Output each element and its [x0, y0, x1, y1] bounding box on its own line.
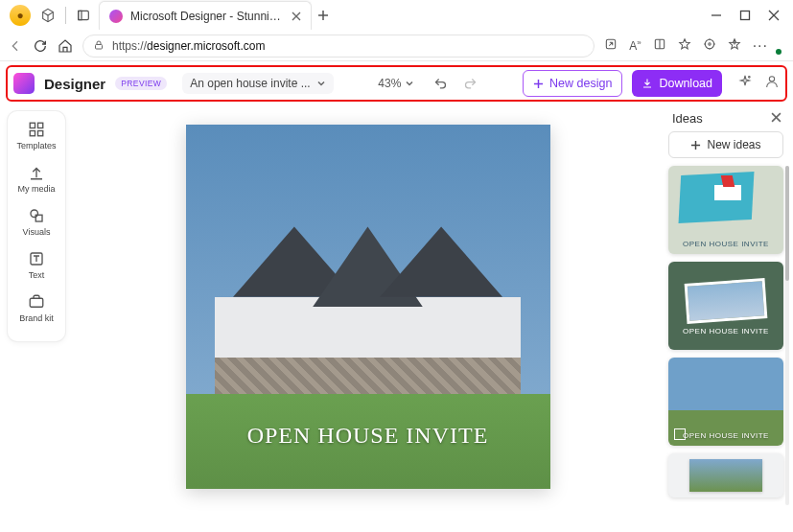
- back-icon[interactable]: [8, 38, 23, 54]
- artboard[interactable]: OPEN HOUSE INVITE: [186, 125, 550, 489]
- sidebar-item-label: Visuals: [23, 227, 51, 237]
- svg-point-14: [31, 210, 38, 218]
- document-title-text: An open house invite ...: [190, 77, 310, 90]
- share-icon[interactable]: [604, 37, 618, 55]
- zoom-value: 43%: [378, 77, 401, 90]
- new-ideas-button[interactable]: New ideas: [668, 131, 783, 158]
- svg-rect-2: [741, 12, 750, 20]
- close-icon[interactable]: [771, 111, 781, 126]
- window-close-icon[interactable]: [768, 10, 780, 21]
- sidebar-item-visuals[interactable]: Visuals: [8, 207, 65, 237]
- canvas-headline[interactable]: OPEN HOUSE INVITE: [186, 423, 550, 449]
- tab-overview-icon[interactable]: [76, 8, 91, 23]
- svg-rect-1: [79, 11, 82, 19]
- browser-titlebar: ● Microsoft Designer - Stunning d: [0, 0, 793, 31]
- notification-dot: [776, 49, 781, 55]
- svg-rect-3: [96, 44, 103, 49]
- favorite-icon[interactable]: [678, 37, 691, 55]
- read-aloud-icon[interactable]: A»: [629, 38, 641, 53]
- url-scheme: https://: [112, 39, 147, 53]
- account-icon[interactable]: [764, 74, 780, 93]
- idea-caption: OPEN HOUSE INVITE: [683, 327, 769, 336]
- svg-rect-0: [79, 11, 89, 19]
- svg-point-8: [749, 77, 751, 79]
- divider: [65, 7, 66, 24]
- plus-icon: [690, 140, 701, 150]
- url-host: designer.microsoft.com: [147, 39, 265, 53]
- chevron-down-icon: [316, 79, 326, 88]
- svg-point-7: [708, 42, 710, 44]
- tab-close-icon[interactable]: [292, 12, 301, 21]
- refresh-icon[interactable]: [33, 38, 48, 54]
- svg-rect-17: [30, 298, 43, 307]
- url-field[interactable]: https://designer.microsoft.com: [82, 35, 595, 58]
- avatar[interactable]: ●: [10, 5, 31, 26]
- document-title-dropdown[interactable]: An open house invite ...: [182, 73, 333, 94]
- undo-icon[interactable]: [433, 77, 448, 91]
- idea-card[interactable]: OPEN HOUSE INVITE: [668, 166, 783, 254]
- ideas-panel: Ideas New ideas OPEN HOUSE INVITE OPEN H…: [668, 109, 783, 532]
- svg-point-9: [769, 77, 774, 81]
- svg-rect-10: [30, 123, 35, 127]
- canvas-house: [215, 226, 521, 394]
- tab-favicon: [109, 10, 123, 23]
- plus-icon: [533, 79, 544, 89]
- svg-rect-12: [30, 131, 35, 136]
- sidebar-item-label: Templates: [16, 141, 56, 150]
- idea-card[interactable]: [668, 453, 783, 497]
- workspace-icon[interactable]: [40, 8, 56, 23]
- canvas-area[interactable]: OPEN HOUSE INVITE: [71, 104, 665, 532]
- svg-rect-11: [38, 123, 43, 127]
- svg-point-6: [705, 39, 713, 48]
- collections-icon[interactable]: [728, 37, 741, 55]
- app-header: Designer PREVIEW An open house invite ..…: [6, 65, 787, 102]
- more-icon[interactable]: ···: [753, 37, 768, 55]
- visuals-icon: [28, 207, 45, 224]
- tab-title: Microsoft Designer - Stunning d: [130, 10, 284, 23]
- new-design-button[interactable]: New design: [523, 70, 622, 97]
- download-label: Download: [659, 77, 712, 90]
- download-button[interactable]: Download: [632, 70, 722, 97]
- sidebar-item-text[interactable]: Text: [8, 250, 65, 280]
- brand-kit-icon: [28, 293, 45, 311]
- reader-icon[interactable]: [653, 37, 666, 55]
- home-icon[interactable]: [58, 38, 73, 54]
- lock-icon: [93, 37, 105, 55]
- scrollbar-thumb[interactable]: [785, 166, 789, 281]
- zoom-control[interactable]: 43%: [378, 77, 414, 90]
- sidebar-item-label: Text: [29, 270, 45, 280]
- idea-caption: OPEN HOUSE INVITE: [668, 431, 783, 440]
- sidebar-item-brand-kit[interactable]: Brand kit: [8, 293, 65, 323]
- download-icon: [641, 78, 653, 89]
- redo-icon[interactable]: [463, 77, 478, 91]
- new-ideas-label: New ideas: [707, 138, 760, 151]
- browser-address-bar: https://designer.microsoft.com A» ···: [0, 31, 793, 61]
- sidebar-item-label: Brand kit: [19, 313, 54, 323]
- svg-rect-13: [38, 131, 43, 136]
- window-minimize-icon[interactable]: [711, 10, 722, 21]
- idea-caption: OPEN HOUSE INVITE: [668, 240, 783, 248]
- sidebar-item-label: My media: [17, 184, 55, 194]
- sparkle-icon[interactable]: [737, 74, 753, 93]
- upload-icon: [28, 164, 45, 181]
- window-maximize-icon[interactable]: [739, 10, 751, 21]
- new-tab-button[interactable]: [317, 10, 329, 21]
- idea-card[interactable]: OPEN HOUSE INVITE: [668, 262, 783, 350]
- sidebar-item-my-media[interactable]: My media: [8, 164, 65, 194]
- ideas-title: Ideas: [672, 111, 703, 126]
- extensions-icon[interactable]: [703, 37, 716, 55]
- browser-tab[interactable]: Microsoft Designer - Stunning d: [99, 1, 312, 30]
- sidebar-item-templates[interactable]: Templates: [8, 121, 65, 150]
- idea-card[interactable]: OPEN HOUSE INVITE: [668, 358, 783, 446]
- chevron-down-icon: [405, 79, 414, 88]
- app-logo: [13, 73, 35, 94]
- url-text: https://designer.microsoft.com: [112, 39, 265, 53]
- text-icon: [28, 250, 45, 267]
- left-toolbar: Templates My media Visuals Text Brand ki…: [8, 111, 65, 341]
- templates-icon: [28, 121, 45, 138]
- new-design-label: New design: [549, 77, 612, 90]
- preview-badge: PREVIEW: [115, 77, 167, 90]
- app-brand: Designer: [44, 76, 105, 92]
